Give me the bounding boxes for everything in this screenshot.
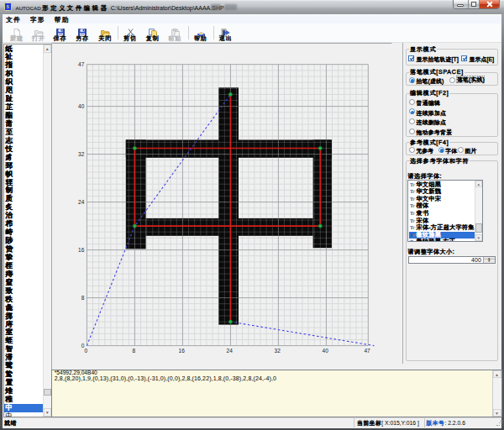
svg-text:8: 8 [81,295,85,301]
svg-text:47: 47 [364,348,370,354]
svg-text:47: 47 [78,61,85,67]
svg-text:16: 16 [179,348,186,354]
svg-text:8: 8 [132,348,135,354]
svg-text:40: 40 [323,348,329,354]
svg-text:32: 32 [78,151,85,157]
svg-text:40: 40 [78,103,85,109]
svg-text:32: 32 [275,348,281,354]
svg-text:0: 0 [84,348,87,354]
svg-text:16: 16 [78,247,85,253]
svg-text:24: 24 [78,199,85,205]
svg-text:0: 0 [81,343,85,349]
svg-text:24: 24 [227,348,234,354]
